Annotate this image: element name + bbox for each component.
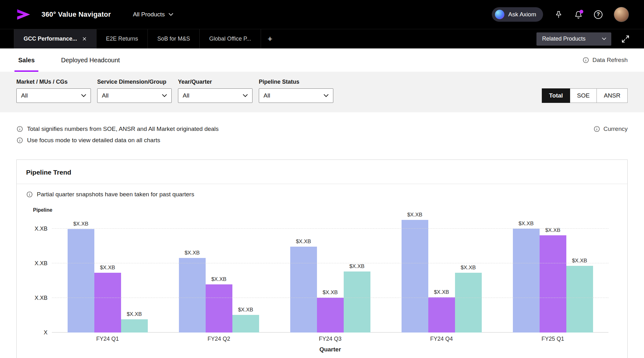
bar-value-label: $X.XB xyxy=(211,276,226,282)
data-refresh-info[interactable]: Data Refresh xyxy=(582,57,628,64)
card-note: Partial quarter snapshots have been take… xyxy=(17,184,627,198)
bar-series-blue[interactable] xyxy=(290,247,317,333)
bar-value-label: $X.XB xyxy=(127,311,142,317)
filter-bar: Market / MUs / CGs All Service Dimension… xyxy=(0,72,644,112)
bar-with-label: $X.XB xyxy=(428,289,455,333)
scope-ansr-button[interactable]: ANSR xyxy=(597,88,628,103)
bar-with-label: $X.XB xyxy=(344,263,370,333)
pipeline-trend-chart: Pipeline $X.XB$X.XB$X.XB$X.XB$X.XB$X.XB$… xyxy=(32,207,608,353)
subtab-label: Sales xyxy=(18,57,35,64)
ask-axiom-button[interactable]: Ask Axiom xyxy=(492,7,543,22)
bar-series-purple[interactable] xyxy=(94,273,121,333)
currency-label: Currency xyxy=(603,126,628,132)
bar-with-label: $X.XB xyxy=(290,238,317,333)
scope-total-button[interactable]: Total xyxy=(542,88,570,103)
gridline xyxy=(52,263,608,263)
expand-icon xyxy=(621,34,630,44)
axiom-orb-icon xyxy=(495,10,504,19)
bar-group-fy24-q4: $X.XB$X.XB$X.XB xyxy=(386,216,497,333)
bar-series-blue[interactable] xyxy=(402,220,428,333)
y-tick-label: X.XB xyxy=(29,295,47,301)
notification-dot xyxy=(580,10,583,14)
bar-groups: $X.XB$X.XB$X.XB$X.XB$X.XB$X.XB$X.XB$X.XB… xyxy=(52,216,608,333)
tab-e2e-returns[interactable]: E2E Returns xyxy=(97,29,148,48)
help-glyph: ? xyxy=(597,11,600,18)
year-quarter-dropdown[interactable]: All xyxy=(178,88,253,103)
bar-value-label: $X.XB xyxy=(461,265,476,271)
bar-series-teal[interactable] xyxy=(121,319,148,333)
note-text: Partial quarter snapshots have been take… xyxy=(37,191,194,198)
bar-value-label: $X.XB xyxy=(349,263,364,270)
product-selector-label: All Products xyxy=(133,11,165,18)
close-icon[interactable] xyxy=(82,36,87,41)
ask-axiom-label: Ask Axiom xyxy=(508,11,536,18)
app-header: 360° Value Navigator All Products Ask Ax… xyxy=(0,0,644,29)
notifications-button[interactable] xyxy=(574,10,583,19)
plus-icon: + xyxy=(268,34,272,44)
service-dimension-dropdown[interactable]: All xyxy=(97,88,172,103)
info-icon xyxy=(16,126,23,132)
tab-gcc-performance[interactable]: GCC Performance... xyxy=(14,29,97,48)
info-icon xyxy=(16,137,23,144)
bar-value-label: $X.XB xyxy=(73,221,88,227)
scope-soe-button[interactable]: SOE xyxy=(570,88,597,103)
bar-series-purple[interactable] xyxy=(540,235,566,333)
help-icon: ? xyxy=(594,10,602,19)
chevron-down-icon xyxy=(81,94,86,97)
user-avatar[interactable] xyxy=(614,7,629,22)
pin-button[interactable] xyxy=(554,10,563,19)
bar-series-teal[interactable] xyxy=(455,273,482,333)
expand-fullscreen-button[interactable] xyxy=(621,34,630,44)
bar-group-fy25-q1: $X.XB$X.XB$X.XB xyxy=(497,216,608,333)
bar-with-label: $X.XB xyxy=(513,221,540,333)
app-title: 360° Value Navigator xyxy=(42,10,111,19)
bar-group-fy24-q2: $X.XB$X.XB$X.XB xyxy=(163,216,275,333)
bar-with-label: $X.XB xyxy=(455,265,482,333)
pipeline-status-dropdown[interactable]: All xyxy=(259,88,333,103)
bar-value-label: $X.XB xyxy=(519,221,534,227)
chevron-down-icon xyxy=(602,37,606,40)
bar-with-label: $X.XB xyxy=(68,221,94,333)
pin-icon xyxy=(554,10,563,19)
tab-label: Global Office P... xyxy=(209,36,251,42)
currency-info[interactable]: Currency xyxy=(593,126,628,132)
bar-with-label: $X.XB xyxy=(566,258,593,333)
tab-global-office[interactable]: Global Office P... xyxy=(200,29,261,48)
workspace-tab-bar: GCC Performance... E2E Returns SoB for M… xyxy=(0,29,644,48)
x-tick-label: FY24 Q1 xyxy=(52,336,163,342)
bar-series-teal[interactable] xyxy=(566,266,593,333)
tab-sob-for-ms[interactable]: SoB for M&S xyxy=(148,29,200,48)
dropdown-value: All xyxy=(264,92,270,99)
y-tick-label: X.XB xyxy=(29,226,47,232)
y-tick-label: X xyxy=(29,329,47,336)
filter-label: Service Dimension/Group xyxy=(97,79,172,85)
dropdown-value: All xyxy=(102,92,108,99)
plot-area: $X.XB$X.XB$X.XB$X.XB$X.XB$X.XB$X.XB$X.XB… xyxy=(52,216,608,333)
dropdown-value: All xyxy=(21,92,28,99)
bar-series-teal[interactable] xyxy=(344,271,370,333)
bar-series-teal[interactable] xyxy=(232,315,259,333)
accenture-logo[interactable] xyxy=(16,9,31,20)
subtab-sales[interactable]: Sales xyxy=(16,48,36,72)
bar-with-label: $X.XB xyxy=(540,227,566,333)
bar-series-purple[interactable] xyxy=(428,297,455,333)
related-products-label: Related Products xyxy=(542,36,586,42)
bar-value-label: $X.XB xyxy=(545,227,560,233)
tab-label: GCC Performance... xyxy=(24,36,77,42)
filter-label: Market / MUs / CGs xyxy=(16,79,91,85)
card-title: Pipeline Trend xyxy=(17,160,627,184)
bar-series-purple[interactable] xyxy=(206,284,232,333)
add-tab-button[interactable]: + xyxy=(261,29,279,48)
bar-series-purple[interactable] xyxy=(317,298,344,333)
product-selector[interactable]: All Products xyxy=(133,11,173,18)
market-dropdown[interactable]: All xyxy=(16,88,91,103)
filter-year-quarter: Year/Quarter All xyxy=(178,79,253,103)
bar-series-blue[interactable] xyxy=(68,229,94,333)
filter-service-dimension: Service Dimension/Group All xyxy=(97,79,172,103)
bar-value-label: $X.XB xyxy=(323,289,338,296)
subtab-deployed-headcount[interactable]: Deployed Headcount xyxy=(59,48,122,72)
related-products-dropdown[interactable]: Related Products xyxy=(536,32,611,46)
help-button[interactable]: ? xyxy=(594,10,602,19)
bar-series-blue[interactable] xyxy=(179,258,206,333)
bar-series-blue[interactable] xyxy=(513,229,540,333)
